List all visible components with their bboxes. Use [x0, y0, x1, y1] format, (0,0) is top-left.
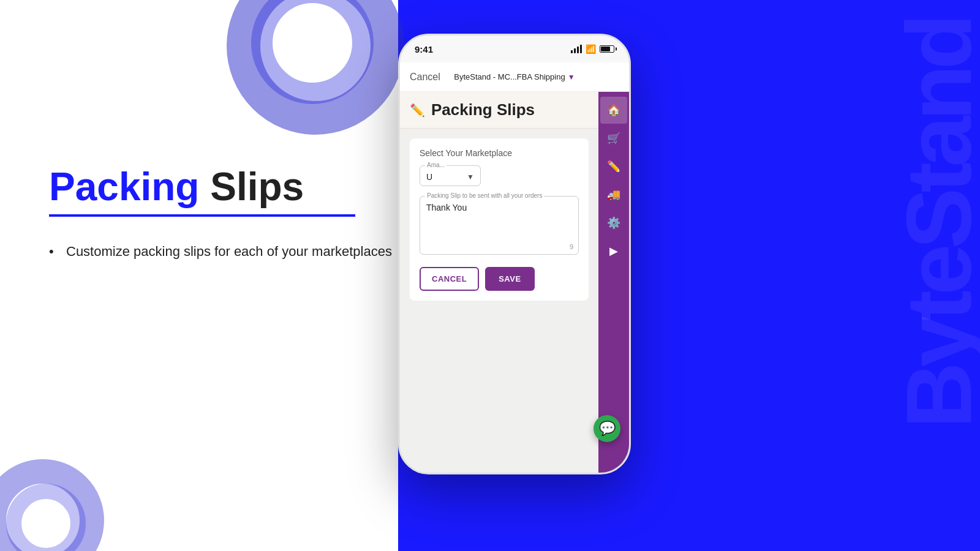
sidebar-cart-icon[interactable]: 🛒: [600, 125, 627, 152]
status-time: 9:41: [415, 44, 433, 54]
title-normal: Slips: [199, 165, 304, 209]
sidebar-edit-icon[interactable]: ✏️: [600, 153, 627, 180]
save-button[interactable]: SAVE: [485, 267, 534, 291]
char-count: 9: [570, 243, 573, 250]
packing-slips-header: ✏️ Packing Slips: [400, 92, 598, 129]
marketplace-field-label: Ama...: [425, 162, 447, 168]
packing-slip-textarea[interactable]: [420, 197, 578, 252]
page-title: Packing Slips: [49, 165, 392, 208]
sidebar-settings-icon[interactable]: ⚙️: [600, 209, 627, 236]
phone-mockup: 9:41 📶 Cancel ByteStand - MC...FBA Shipp…: [398, 34, 631, 474]
content-body: Select Your Marketplace Ama... U ▼ Packi…: [400, 129, 598, 310]
sidebar-home-icon[interactable]: 🏠: [600, 97, 627, 124]
packing-slip-field: Packing Slip to be sent with all your or…: [420, 196, 579, 255]
marketplace-section-label: Select Your Marketplace: [420, 148, 579, 158]
cancel-button[interactable]: CANCEL: [420, 267, 479, 291]
status-icons: 📶: [571, 44, 614, 54]
status-bar: 9:41 📶: [400, 36, 629, 62]
title-highlight: Packing: [49, 165, 199, 209]
dropdown-arrow-icon: ▼: [467, 173, 474, 181]
marketplace-value: U ▼: [426, 172, 474, 182]
phone-content: ✏️ Packing Slips Select Your Marketplace…: [400, 92, 629, 473]
pencil-icon: ✏️: [410, 103, 425, 118]
packing-slips-title: Packing Slips: [431, 100, 535, 119]
bullet-item-1: • Customize packing slips for each of yo…: [49, 241, 392, 261]
packing-slip-label: Packing Slip to be sent with all your or…: [425, 192, 544, 199]
chat-bubble-icon: 💬: [599, 421, 616, 437]
nav-cancel-button[interactable]: Cancel: [410, 72, 440, 83]
wifi-icon: 📶: [586, 44, 596, 54]
action-buttons: CANCEL SAVE: [420, 267, 579, 291]
bullet-list: • Customize packing slips for each of yo…: [49, 241, 392, 261]
sidebar-play-icon[interactable]: ▶: [600, 238, 627, 264]
title-underline: [49, 214, 355, 217]
left-content: Packing Slips • Customize packing slips …: [49, 165, 392, 261]
marketplace-dropdown[interactable]: Ama... U ▼: [420, 165, 481, 186]
phone-frame: 9:41 📶 Cancel ByteStand - MC...FBA Shipp…: [398, 34, 631, 474]
app-nav: Cancel ByteStand - MC...FBA Shipping ▼: [400, 62, 629, 92]
phone-main: ✏️ Packing Slips Select Your Marketplace…: [400, 92, 598, 473]
nav-title: ByteStand - MC...FBA Shipping ▼: [454, 72, 575, 81]
chat-bubble-button[interactable]: 💬: [594, 415, 620, 442]
battery-icon: [600, 45, 614, 53]
form-card: Select Your Marketplace Ama... U ▼ Packi…: [410, 138, 589, 301]
bytestand-watermark: ByteStand: [886, 18, 980, 429]
nav-dropdown-arrow[interactable]: ▼: [568, 73, 575, 81]
signal-bars-icon: [571, 45, 582, 53]
sidebar-shipping-icon[interactable]: 🚚: [600, 181, 627, 208]
